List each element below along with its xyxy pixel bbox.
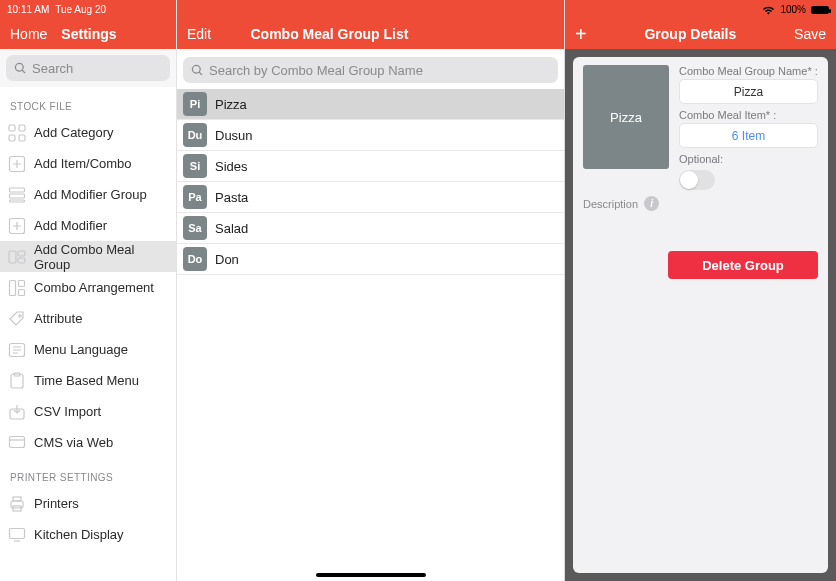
- svg-rect-6: [10, 194, 25, 198]
- sidebar-item-attribute[interactable]: Attribute: [0, 303, 176, 334]
- sidebar-search-placeholder: Search: [32, 61, 73, 76]
- sidebar-item-label: Kitchen Display: [34, 527, 124, 542]
- list-group-icon: [8, 186, 26, 204]
- clipboard-icon: [8, 372, 26, 390]
- name-field-value: Pizza: [734, 85, 763, 99]
- optional-label: Optional:: [679, 153, 818, 165]
- item-field[interactable]: 6 Item: [679, 123, 818, 148]
- sidebar-item-add-modifier[interactable]: Add Modifier: [0, 210, 176, 241]
- tag-icon: [8, 310, 26, 328]
- sidebar-item-label: Add Modifier Group: [34, 187, 147, 202]
- info-icon[interactable]: i: [644, 196, 659, 211]
- sidebar-item-menu-language[interactable]: Menu Language: [0, 334, 176, 365]
- group-badge: Sa: [183, 216, 207, 240]
- svg-rect-10: [18, 251, 25, 256]
- svg-rect-14: [19, 289, 25, 295]
- sidebar-item-add-combo-meal-group[interactable]: Add Combo Meal Group: [0, 241, 176, 272]
- svg-rect-24: [10, 528, 25, 538]
- svg-rect-22: [13, 497, 21, 501]
- group-name: Dusun: [215, 128, 253, 143]
- group-search-input[interactable]: Search by Combo Meal Group Name: [183, 57, 558, 83]
- group-name: Pasta: [215, 190, 248, 205]
- svg-rect-5: [10, 188, 25, 192]
- status-bar-right: 100%: [565, 0, 836, 19]
- sidebar-item-add-item-combo[interactable]: Add Item/Combo: [0, 148, 176, 179]
- import-icon: [8, 403, 26, 421]
- delete-group-button[interactable]: Delete Group: [668, 251, 818, 279]
- group-row[interactable]: DoDon: [177, 244, 564, 275]
- group-row[interactable]: SaSalad: [177, 213, 564, 244]
- group-row[interactable]: PiPizza: [177, 89, 564, 120]
- group-badge: Pi: [183, 92, 207, 116]
- home-indicator: [177, 573, 565, 577]
- sidebar-item-label: CSV Import: [34, 404, 101, 419]
- sidebar-item-label: Attribute: [34, 311, 82, 326]
- add-button[interactable]: +: [575, 24, 587, 44]
- svg-rect-11: [18, 258, 25, 263]
- edit-button[interactable]: Edit: [187, 26, 211, 42]
- sidebar-item-cms-via-web[interactable]: CMS via Web: [0, 427, 176, 458]
- svg-rect-13: [19, 280, 25, 286]
- search-icon: [191, 64, 204, 77]
- item-field-value: 6 Item: [732, 129, 765, 143]
- printer-icon: [8, 495, 26, 513]
- thumbnail-label: Pizza: [610, 110, 642, 125]
- combo-group-icon: [8, 248, 26, 266]
- plus-square-icon: [8, 155, 26, 173]
- section-stock-file: STOCK FILE: [0, 87, 176, 117]
- search-icon: [14, 62, 27, 75]
- svg-point-15: [19, 314, 21, 316]
- sidebar-item-add-modifier-group[interactable]: Add Modifier Group: [0, 179, 176, 210]
- group-name: Don: [215, 252, 239, 267]
- sidebar-item-printers[interactable]: Printers: [0, 488, 176, 519]
- group-row[interactable]: DuDusun: [177, 120, 564, 151]
- sidebar-item-label: Combo Arrangement: [34, 280, 154, 295]
- group-thumbnail[interactable]: Pizza: [583, 65, 669, 169]
- sidebar-item-label: Printers: [34, 496, 79, 511]
- svg-rect-20: [10, 436, 25, 447]
- sidebar-item-label: Add Category: [34, 125, 114, 140]
- left-topbar: Home Settings: [0, 19, 176, 49]
- svg-rect-0: [9, 125, 15, 131]
- language-icon: [8, 341, 26, 359]
- svg-rect-1: [19, 125, 25, 131]
- home-button[interactable]: Home: [10, 26, 47, 42]
- group-name: Sides: [215, 159, 248, 174]
- display-icon: [8, 526, 26, 544]
- mid-topbar: Edit Combo Meal Group List: [177, 19, 564, 49]
- group-search-placeholder: Search by Combo Meal Group Name: [209, 63, 423, 78]
- sidebar-item-label: Menu Language: [34, 342, 128, 357]
- group-badge: Si: [183, 154, 207, 178]
- name-field-label: Combo Meal Group Name* :: [679, 65, 818, 77]
- battery-pct: 100%: [780, 4, 806, 15]
- description-label: Description: [583, 198, 638, 210]
- svg-rect-2: [9, 135, 15, 141]
- settings-title: Settings: [61, 26, 116, 42]
- group-badge: Do: [183, 247, 207, 271]
- svg-rect-9: [9, 251, 16, 263]
- right-title: Group Details: [644, 26, 736, 42]
- battery-icon: [811, 6, 829, 14]
- sidebar-item-csv-import[interactable]: CSV Import: [0, 396, 176, 427]
- status-bar: 10:11 AM Tue Aug 20: [0, 0, 176, 19]
- sidebar-item-time-based-menu[interactable]: Time Based Menu: [0, 365, 176, 396]
- status-time: 10:11 AM: [7, 4, 49, 15]
- optional-toggle[interactable]: [679, 170, 715, 190]
- delete-group-label: Delete Group: [702, 258, 784, 273]
- sidebar-item-combo-arrangement[interactable]: Combo Arrangement: [0, 272, 176, 303]
- arrangement-icon: [8, 279, 26, 297]
- sidebar-item-add-category[interactable]: Add Category: [0, 117, 176, 148]
- svg-rect-12: [10, 280, 16, 295]
- group-row[interactable]: PaPasta: [177, 182, 564, 213]
- sidebar-search-input[interactable]: Search: [6, 55, 170, 81]
- group-row[interactable]: SiSides: [177, 151, 564, 182]
- group-badge: Du: [183, 123, 207, 147]
- sidebar-item-label: Add Item/Combo: [34, 156, 132, 171]
- group-name: Pizza: [215, 97, 247, 112]
- sidebar-item-label: Add Modifier: [34, 218, 107, 233]
- name-field[interactable]: Pizza: [679, 79, 818, 104]
- save-button[interactable]: Save: [794, 26, 826, 42]
- wifi-icon: [762, 5, 775, 15]
- sidebar-item-label: Time Based Menu: [34, 373, 139, 388]
- sidebar-item-kitchen-display[interactable]: Kitchen Display: [0, 519, 176, 550]
